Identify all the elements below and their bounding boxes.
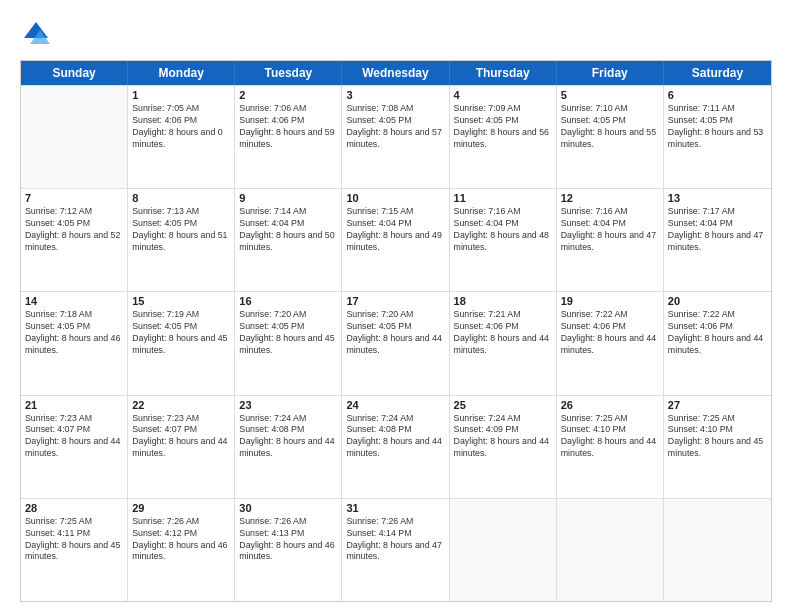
cell-info: Sunrise: 7:22 AMSunset: 4:06 PMDaylight:… xyxy=(561,309,659,357)
cell-day-number: 20 xyxy=(668,295,767,307)
weekday-header: Tuesday xyxy=(235,61,342,85)
calendar-cell: 8 Sunrise: 7:13 AMSunset: 4:05 PMDayligh… xyxy=(128,189,235,291)
calendar-cell: 23 Sunrise: 7:24 AMSunset: 4:08 PMDaylig… xyxy=(235,396,342,498)
calendar-cell: 12 Sunrise: 7:16 AMSunset: 4:04 PMDaylig… xyxy=(557,189,664,291)
weekday-header: Saturday xyxy=(664,61,771,85)
cell-day-number: 11 xyxy=(454,192,552,204)
weekday-header: Monday xyxy=(128,61,235,85)
cell-info: Sunrise: 7:08 AMSunset: 4:05 PMDaylight:… xyxy=(346,103,444,151)
calendar-cell: 9 Sunrise: 7:14 AMSunset: 4:04 PMDayligh… xyxy=(235,189,342,291)
calendar-cell: 3 Sunrise: 7:08 AMSunset: 4:05 PMDayligh… xyxy=(342,86,449,188)
cell-day-number: 2 xyxy=(239,89,337,101)
calendar-cell: 27 Sunrise: 7:25 AMSunset: 4:10 PMDaylig… xyxy=(664,396,771,498)
calendar-cell xyxy=(664,499,771,601)
cell-day-number: 28 xyxy=(25,502,123,514)
cell-info: Sunrise: 7:05 AMSunset: 4:06 PMDaylight:… xyxy=(132,103,230,151)
calendar-header: SundayMondayTuesdayWednesdayThursdayFrid… xyxy=(21,61,771,85)
cell-day-number: 21 xyxy=(25,399,123,411)
cell-day-number: 4 xyxy=(454,89,552,101)
calendar-row: 21 Sunrise: 7:23 AMSunset: 4:07 PMDaylig… xyxy=(21,395,771,498)
cell-day-number: 5 xyxy=(561,89,659,101)
cell-day-number: 12 xyxy=(561,192,659,204)
cell-day-number: 29 xyxy=(132,502,230,514)
calendar-row: 14 Sunrise: 7:18 AMSunset: 4:05 PMDaylig… xyxy=(21,291,771,394)
cell-info: Sunrise: 7:24 AMSunset: 4:09 PMDaylight:… xyxy=(454,413,552,461)
cell-info: Sunrise: 7:25 AMSunset: 4:11 PMDaylight:… xyxy=(25,516,123,564)
calendar-cell: 16 Sunrise: 7:20 AMSunset: 4:05 PMDaylig… xyxy=(235,292,342,394)
cell-day-number: 27 xyxy=(668,399,767,411)
cell-info: Sunrise: 7:21 AMSunset: 4:06 PMDaylight:… xyxy=(454,309,552,357)
calendar-row: 28 Sunrise: 7:25 AMSunset: 4:11 PMDaylig… xyxy=(21,498,771,601)
cell-info: Sunrise: 7:24 AMSunset: 4:08 PMDaylight:… xyxy=(239,413,337,461)
cell-day-number: 1 xyxy=(132,89,230,101)
calendar-cell: 17 Sunrise: 7:20 AMSunset: 4:05 PMDaylig… xyxy=(342,292,449,394)
cell-day-number: 10 xyxy=(346,192,444,204)
cell-day-number: 6 xyxy=(668,89,767,101)
cell-info: Sunrise: 7:09 AMSunset: 4:05 PMDaylight:… xyxy=(454,103,552,151)
calendar-cell: 25 Sunrise: 7:24 AMSunset: 4:09 PMDaylig… xyxy=(450,396,557,498)
calendar-cell: 1 Sunrise: 7:05 AMSunset: 4:06 PMDayligh… xyxy=(128,86,235,188)
cell-day-number: 14 xyxy=(25,295,123,307)
cell-day-number: 9 xyxy=(239,192,337,204)
logo xyxy=(20,18,56,50)
weekday-header: Thursday xyxy=(450,61,557,85)
cell-info: Sunrise: 7:25 AMSunset: 4:10 PMDaylight:… xyxy=(668,413,767,461)
weekday-header: Wednesday xyxy=(342,61,449,85)
calendar-cell: 31 Sunrise: 7:26 AMSunset: 4:14 PMDaylig… xyxy=(342,499,449,601)
cell-day-number: 19 xyxy=(561,295,659,307)
cell-info: Sunrise: 7:22 AMSunset: 4:06 PMDaylight:… xyxy=(668,309,767,357)
cell-info: Sunrise: 7:19 AMSunset: 4:05 PMDaylight:… xyxy=(132,309,230,357)
calendar-cell xyxy=(557,499,664,601)
calendar-cell: 6 Sunrise: 7:11 AMSunset: 4:05 PMDayligh… xyxy=(664,86,771,188)
weekday-header: Sunday xyxy=(21,61,128,85)
calendar-cell: 29 Sunrise: 7:26 AMSunset: 4:12 PMDaylig… xyxy=(128,499,235,601)
cell-info: Sunrise: 7:26 AMSunset: 4:12 PMDaylight:… xyxy=(132,516,230,564)
cell-info: Sunrise: 7:24 AMSunset: 4:08 PMDaylight:… xyxy=(346,413,444,461)
cell-info: Sunrise: 7:15 AMSunset: 4:04 PMDaylight:… xyxy=(346,206,444,254)
cell-info: Sunrise: 7:13 AMSunset: 4:05 PMDaylight:… xyxy=(132,206,230,254)
header xyxy=(20,18,772,50)
cell-info: Sunrise: 7:16 AMSunset: 4:04 PMDaylight:… xyxy=(561,206,659,254)
cell-info: Sunrise: 7:25 AMSunset: 4:10 PMDaylight:… xyxy=(561,413,659,461)
calendar-cell: 13 Sunrise: 7:17 AMSunset: 4:04 PMDaylig… xyxy=(664,189,771,291)
cell-day-number: 30 xyxy=(239,502,337,514)
cell-info: Sunrise: 7:17 AMSunset: 4:04 PMDaylight:… xyxy=(668,206,767,254)
cell-day-number: 26 xyxy=(561,399,659,411)
calendar-row: 1 Sunrise: 7:05 AMSunset: 4:06 PMDayligh… xyxy=(21,85,771,188)
cell-day-number: 7 xyxy=(25,192,123,204)
weekday-header: Friday xyxy=(557,61,664,85)
calendar-cell: 14 Sunrise: 7:18 AMSunset: 4:05 PMDaylig… xyxy=(21,292,128,394)
cell-info: Sunrise: 7:14 AMSunset: 4:04 PMDaylight:… xyxy=(239,206,337,254)
calendar-cell: 10 Sunrise: 7:15 AMSunset: 4:04 PMDaylig… xyxy=(342,189,449,291)
cell-day-number: 15 xyxy=(132,295,230,307)
cell-day-number: 31 xyxy=(346,502,444,514)
cell-info: Sunrise: 7:16 AMSunset: 4:04 PMDaylight:… xyxy=(454,206,552,254)
calendar-cell: 11 Sunrise: 7:16 AMSunset: 4:04 PMDaylig… xyxy=(450,189,557,291)
cell-day-number: 13 xyxy=(668,192,767,204)
calendar-cell xyxy=(21,86,128,188)
calendar-cell: 7 Sunrise: 7:12 AMSunset: 4:05 PMDayligh… xyxy=(21,189,128,291)
logo-icon xyxy=(20,18,52,50)
cell-info: Sunrise: 7:06 AMSunset: 4:06 PMDaylight:… xyxy=(239,103,337,151)
calendar-cell: 24 Sunrise: 7:24 AMSunset: 4:08 PMDaylig… xyxy=(342,396,449,498)
calendar-cell: 18 Sunrise: 7:21 AMSunset: 4:06 PMDaylig… xyxy=(450,292,557,394)
cell-day-number: 24 xyxy=(346,399,444,411)
cell-info: Sunrise: 7:12 AMSunset: 4:05 PMDaylight:… xyxy=(25,206,123,254)
cell-info: Sunrise: 7:20 AMSunset: 4:05 PMDaylight:… xyxy=(346,309,444,357)
cell-info: Sunrise: 7:23 AMSunset: 4:07 PMDaylight:… xyxy=(25,413,123,461)
calendar-cell: 28 Sunrise: 7:25 AMSunset: 4:11 PMDaylig… xyxy=(21,499,128,601)
calendar-cell: 19 Sunrise: 7:22 AMSunset: 4:06 PMDaylig… xyxy=(557,292,664,394)
cell-info: Sunrise: 7:11 AMSunset: 4:05 PMDaylight:… xyxy=(668,103,767,151)
svg-marker-0 xyxy=(24,22,48,38)
cell-info: Sunrise: 7:26 AMSunset: 4:14 PMDaylight:… xyxy=(346,516,444,564)
calendar-cell: 5 Sunrise: 7:10 AMSunset: 4:05 PMDayligh… xyxy=(557,86,664,188)
cell-day-number: 23 xyxy=(239,399,337,411)
cell-day-number: 22 xyxy=(132,399,230,411)
cell-day-number: 25 xyxy=(454,399,552,411)
calendar-cell: 21 Sunrise: 7:23 AMSunset: 4:07 PMDaylig… xyxy=(21,396,128,498)
cell-day-number: 18 xyxy=(454,295,552,307)
cell-info: Sunrise: 7:26 AMSunset: 4:13 PMDaylight:… xyxy=(239,516,337,564)
cell-day-number: 16 xyxy=(239,295,337,307)
calendar-cell: 4 Sunrise: 7:09 AMSunset: 4:05 PMDayligh… xyxy=(450,86,557,188)
calendar-cell: 2 Sunrise: 7:06 AMSunset: 4:06 PMDayligh… xyxy=(235,86,342,188)
